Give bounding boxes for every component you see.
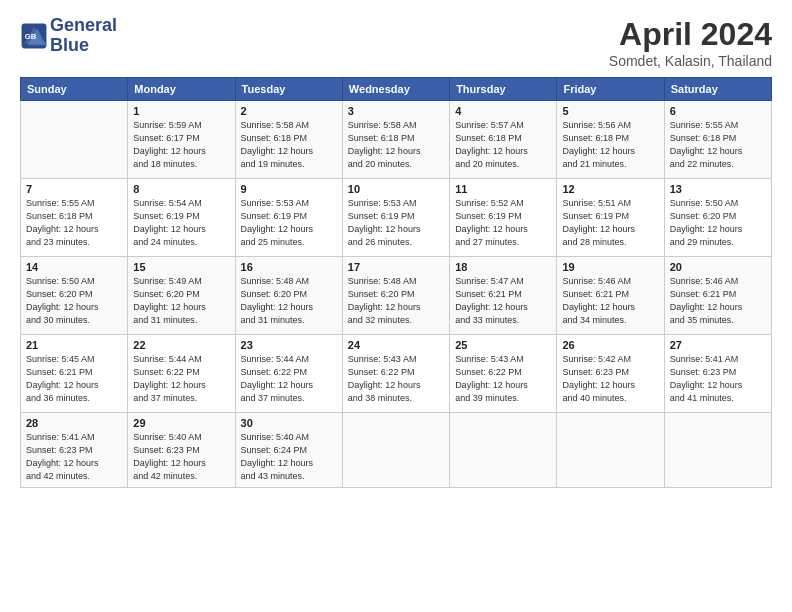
day-info: Sunrise: 5:56 AM Sunset: 6:18 PM Dayligh… <box>562 119 658 171</box>
day-number: 21 <box>26 339 122 351</box>
day-number: 12 <box>562 183 658 195</box>
day-cell <box>21 101 128 179</box>
day-cell: 16Sunrise: 5:48 AM Sunset: 6:20 PM Dayli… <box>235 257 342 335</box>
day-cell: 13Sunrise: 5:50 AM Sunset: 6:20 PM Dayli… <box>664 179 771 257</box>
day-info: Sunrise: 5:41 AM Sunset: 6:23 PM Dayligh… <box>26 431 122 483</box>
day-cell: 28Sunrise: 5:41 AM Sunset: 6:23 PM Dayli… <box>21 413 128 488</box>
day-number: 29 <box>133 417 229 429</box>
day-info: Sunrise: 5:50 AM Sunset: 6:20 PM Dayligh… <box>26 275 122 327</box>
day-cell: 30Sunrise: 5:40 AM Sunset: 6:24 PM Dayli… <box>235 413 342 488</box>
day-cell: 23Sunrise: 5:44 AM Sunset: 6:22 PM Dayli… <box>235 335 342 413</box>
day-number: 1 <box>133 105 229 117</box>
day-cell: 19Sunrise: 5:46 AM Sunset: 6:21 PM Dayli… <box>557 257 664 335</box>
day-cell: 5Sunrise: 5:56 AM Sunset: 6:18 PM Daylig… <box>557 101 664 179</box>
day-info: Sunrise: 5:50 AM Sunset: 6:20 PM Dayligh… <box>670 197 766 249</box>
day-info: Sunrise: 5:43 AM Sunset: 6:22 PM Dayligh… <box>348 353 444 405</box>
day-cell: 20Sunrise: 5:46 AM Sunset: 6:21 PM Dayli… <box>664 257 771 335</box>
day-info: Sunrise: 5:44 AM Sunset: 6:22 PM Dayligh… <box>241 353 337 405</box>
day-cell: 9Sunrise: 5:53 AM Sunset: 6:19 PM Daylig… <box>235 179 342 257</box>
day-info: Sunrise: 5:42 AM Sunset: 6:23 PM Dayligh… <box>562 353 658 405</box>
week-row-2: 7Sunrise: 5:55 AM Sunset: 6:18 PM Daylig… <box>21 179 772 257</box>
day-info: Sunrise: 5:58 AM Sunset: 6:18 PM Dayligh… <box>348 119 444 171</box>
column-header-thursday: Thursday <box>450 78 557 101</box>
month-title: April 2024 <box>609 16 772 53</box>
day-number: 16 <box>241 261 337 273</box>
day-info: Sunrise: 5:40 AM Sunset: 6:23 PM Dayligh… <box>133 431 229 483</box>
day-number: 28 <box>26 417 122 429</box>
day-info: Sunrise: 5:53 AM Sunset: 6:19 PM Dayligh… <box>241 197 337 249</box>
day-cell: 11Sunrise: 5:52 AM Sunset: 6:19 PM Dayli… <box>450 179 557 257</box>
day-cell: 18Sunrise: 5:47 AM Sunset: 6:21 PM Dayli… <box>450 257 557 335</box>
week-row-3: 14Sunrise: 5:50 AM Sunset: 6:20 PM Dayli… <box>21 257 772 335</box>
day-info: Sunrise: 5:44 AM Sunset: 6:22 PM Dayligh… <box>133 353 229 405</box>
column-header-tuesday: Tuesday <box>235 78 342 101</box>
day-cell: 12Sunrise: 5:51 AM Sunset: 6:19 PM Dayli… <box>557 179 664 257</box>
day-info: Sunrise: 5:45 AM Sunset: 6:21 PM Dayligh… <box>26 353 122 405</box>
day-number: 10 <box>348 183 444 195</box>
header-row: SundayMondayTuesdayWednesdayThursdayFrid… <box>21 78 772 101</box>
day-cell: 25Sunrise: 5:43 AM Sunset: 6:22 PM Dayli… <box>450 335 557 413</box>
day-cell: 6Sunrise: 5:55 AM Sunset: 6:18 PM Daylig… <box>664 101 771 179</box>
day-cell: 4Sunrise: 5:57 AM Sunset: 6:18 PM Daylig… <box>450 101 557 179</box>
day-number: 19 <box>562 261 658 273</box>
day-info: Sunrise: 5:43 AM Sunset: 6:22 PM Dayligh… <box>455 353 551 405</box>
day-info: Sunrise: 5:51 AM Sunset: 6:19 PM Dayligh… <box>562 197 658 249</box>
day-info: Sunrise: 5:54 AM Sunset: 6:19 PM Dayligh… <box>133 197 229 249</box>
title-block: April 2024 Somdet, Kalasin, Thailand <box>609 16 772 69</box>
day-cell: 2Sunrise: 5:58 AM Sunset: 6:18 PM Daylig… <box>235 101 342 179</box>
day-number: 14 <box>26 261 122 273</box>
column-header-friday: Friday <box>557 78 664 101</box>
day-cell <box>557 413 664 488</box>
day-info: Sunrise: 5:41 AM Sunset: 6:23 PM Dayligh… <box>670 353 766 405</box>
logo: GB General Blue <box>20 16 117 56</box>
day-cell: 8Sunrise: 5:54 AM Sunset: 6:19 PM Daylig… <box>128 179 235 257</box>
week-row-4: 21Sunrise: 5:45 AM Sunset: 6:21 PM Dayli… <box>21 335 772 413</box>
day-info: Sunrise: 5:47 AM Sunset: 6:21 PM Dayligh… <box>455 275 551 327</box>
day-number: 30 <box>241 417 337 429</box>
day-cell: 29Sunrise: 5:40 AM Sunset: 6:23 PM Dayli… <box>128 413 235 488</box>
day-info: Sunrise: 5:46 AM Sunset: 6:21 PM Dayligh… <box>562 275 658 327</box>
day-info: Sunrise: 5:57 AM Sunset: 6:18 PM Dayligh… <box>455 119 551 171</box>
day-number: 8 <box>133 183 229 195</box>
column-header-sunday: Sunday <box>21 78 128 101</box>
day-number: 22 <box>133 339 229 351</box>
day-info: Sunrise: 5:40 AM Sunset: 6:24 PM Dayligh… <box>241 431 337 483</box>
day-number: 24 <box>348 339 444 351</box>
column-header-wednesday: Wednesday <box>342 78 449 101</box>
day-number: 4 <box>455 105 551 117</box>
day-info: Sunrise: 5:55 AM Sunset: 6:18 PM Dayligh… <box>670 119 766 171</box>
day-number: 20 <box>670 261 766 273</box>
day-cell: 3Sunrise: 5:58 AM Sunset: 6:18 PM Daylig… <box>342 101 449 179</box>
day-cell <box>450 413 557 488</box>
day-cell: 27Sunrise: 5:41 AM Sunset: 6:23 PM Dayli… <box>664 335 771 413</box>
day-info: Sunrise: 5:46 AM Sunset: 6:21 PM Dayligh… <box>670 275 766 327</box>
day-number: 25 <box>455 339 551 351</box>
day-cell: 26Sunrise: 5:42 AM Sunset: 6:23 PM Dayli… <box>557 335 664 413</box>
week-row-1: 1Sunrise: 5:59 AM Sunset: 6:17 PM Daylig… <box>21 101 772 179</box>
header: GB General Blue April 2024 Somdet, Kalas… <box>20 16 772 69</box>
day-cell: 21Sunrise: 5:45 AM Sunset: 6:21 PM Dayli… <box>21 335 128 413</box>
column-header-saturday: Saturday <box>664 78 771 101</box>
location-title: Somdet, Kalasin, Thailand <box>609 53 772 69</box>
day-number: 23 <box>241 339 337 351</box>
day-info: Sunrise: 5:49 AM Sunset: 6:20 PM Dayligh… <box>133 275 229 327</box>
day-cell: 17Sunrise: 5:48 AM Sunset: 6:20 PM Dayli… <box>342 257 449 335</box>
day-number: 26 <box>562 339 658 351</box>
day-info: Sunrise: 5:55 AM Sunset: 6:18 PM Dayligh… <box>26 197 122 249</box>
day-number: 3 <box>348 105 444 117</box>
day-number: 6 <box>670 105 766 117</box>
column-header-monday: Monday <box>128 78 235 101</box>
day-cell: 15Sunrise: 5:49 AM Sunset: 6:20 PM Dayli… <box>128 257 235 335</box>
svg-text:GB: GB <box>25 32 37 41</box>
day-number: 15 <box>133 261 229 273</box>
day-info: Sunrise: 5:48 AM Sunset: 6:20 PM Dayligh… <box>241 275 337 327</box>
day-number: 2 <box>241 105 337 117</box>
logo-icon: GB <box>20 22 48 50</box>
day-info: Sunrise: 5:59 AM Sunset: 6:17 PM Dayligh… <box>133 119 229 171</box>
day-number: 9 <box>241 183 337 195</box>
day-cell <box>342 413 449 488</box>
day-number: 7 <box>26 183 122 195</box>
day-number: 13 <box>670 183 766 195</box>
calendar-page: GB General Blue April 2024 Somdet, Kalas… <box>0 0 792 612</box>
calendar-table: SundayMondayTuesdayWednesdayThursdayFrid… <box>20 77 772 488</box>
